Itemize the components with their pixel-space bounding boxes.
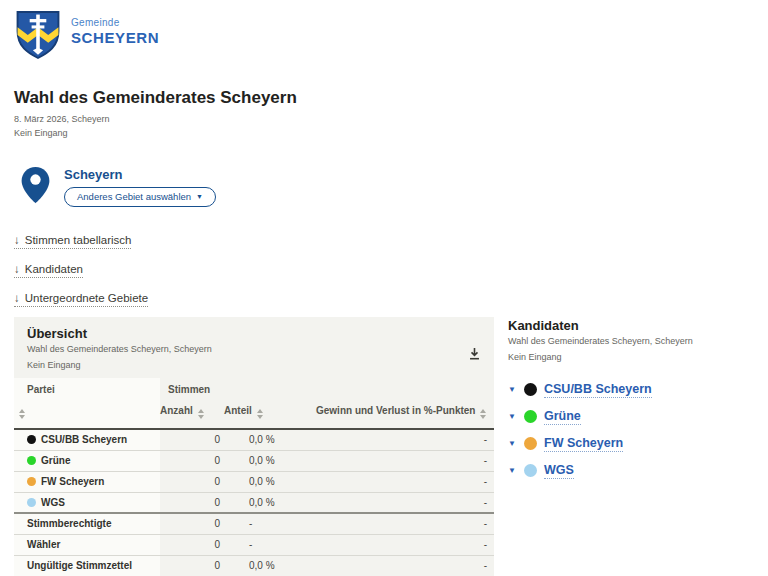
anzahl-value: 0: [160, 492, 224, 513]
kandidaten-title: Kandidaten: [508, 318, 768, 333]
list-item: ▼ FW Scheyern: [508, 437, 768, 450]
summary-label: Ungültige Stimmzettel: [14, 555, 160, 576]
anchor-link-untergeordnete-gebiete[interactable]: ↓Untergeordnete Gebiete: [14, 292, 148, 307]
anteil-value: -: [224, 513, 316, 534]
overview-title: Übersicht: [27, 326, 481, 341]
list-item: ▼ CSU/BB Scheyern: [508, 383, 768, 396]
summary-label: Wähler: [14, 534, 160, 555]
anchor-label: Untergeordnete Gebiete: [25, 292, 148, 304]
area-selector: Scheyern Anderes Gebiet auswählen ▼: [21, 165, 768, 207]
table-row-summary: Wähler 0 - -: [14, 534, 494, 555]
chevron-down-icon: ▼: [196, 193, 203, 200]
table-row-summary: Stimmberechtigte 0 - -: [14, 513, 494, 534]
gewinn-verlust-value: -: [316, 471, 494, 492]
table-row-party: FW Scheyern 0 0,0 % -: [14, 471, 494, 492]
kandidaten-panel: Kandidaten Wahl des Gemeinderates Scheye…: [508, 317, 768, 576]
party-name: Grüne: [41, 455, 70, 466]
party-color-dot: [524, 437, 537, 450]
current-area-name: Scheyern: [64, 167, 216, 182]
table-row-summary: Ungültige Stimmzettel 0 0,0 % -: [14, 555, 494, 576]
anchor-link-stimmen-tabellarisch[interactable]: ↓Stimmen tabellarisch: [14, 234, 131, 249]
sort-icon[interactable]: [480, 409, 486, 419]
arrow-down-icon: ↓: [14, 292, 20, 304]
column-header-anzahl: Anzahl: [160, 405, 224, 429]
gewinn-verlust-value: -: [316, 429, 494, 450]
gewinn-verlust-value: -: [316, 534, 494, 555]
kandidaten-subtitle: Wahl des Gemeinderates Scheyern, Scheyer…: [508, 335, 768, 349]
map-pin-icon: [21, 165, 50, 205]
anzahl-value: 0: [160, 450, 224, 471]
expand-triangle-icon[interactable]: ▼: [508, 385, 518, 394]
gewinn-verlust-value: -: [316, 555, 494, 576]
expand-triangle-icon[interactable]: ▼: [508, 466, 518, 475]
page-anchors: ↓Stimmen tabellarisch ↓Kandidaten ↓Unter…: [14, 230, 768, 307]
party-color-dot: [524, 464, 537, 477]
column-group-party: Partei: [14, 378, 160, 405]
arrow-down-icon: ↓: [14, 234, 20, 246]
party-candidates-link[interactable]: CSU/BB Scheyern: [544, 382, 652, 398]
table-row-party: Grüne 0 0,0 % -: [14, 450, 494, 471]
municipality-coat-of-arms-icon: [15, 9, 61, 61]
title-block: Wahl des Gemeinderates Scheyern 8. März …: [14, 88, 768, 140]
list-item: ▼ Grüne: [508, 410, 768, 423]
kandidaten-status: Kein Eingang: [508, 351, 768, 365]
table-row-party: WGS 0 0,0 % -: [14, 492, 494, 513]
sort-icon[interactable]: [257, 409, 263, 419]
logo-text: Gemeinde SCHEYERN: [71, 17, 159, 46]
column-header-party: [14, 405, 160, 429]
anzahl-value: 0: [160, 534, 224, 555]
party-candidates-link[interactable]: FW Scheyern: [544, 436, 623, 452]
sort-icon[interactable]: [198, 409, 204, 419]
column-group-votes: Stimmen: [160, 378, 494, 405]
sort-icon[interactable]: [19, 409, 25, 419]
party-name: FW Scheyern: [41, 476, 104, 487]
download-icon: [468, 347, 481, 360]
anzahl-value: 0: [160, 513, 224, 534]
overview-table: Partei Stimmen Anzahl Anteil Gewinn und …: [14, 378, 494, 576]
logo-org-name: SCHEYERN: [71, 29, 159, 46]
anzahl-value: 0: [160, 555, 224, 576]
election-status-line: Kein Eingang: [14, 127, 768, 141]
party-name: WGS: [41, 497, 65, 508]
party-color-dot: [524, 383, 537, 396]
overview-subtitle: Wahl des Gemeinderates Scheyern, Scheyer…: [27, 343, 481, 357]
anteil-value: 0,0 %: [224, 450, 316, 471]
party-candidates-link[interactable]: Grüne: [544, 409, 581, 425]
table-row-party: CSU/BB Scheyern 0 0,0 % -: [14, 429, 494, 450]
election-date-line: 8. März 2026, Scheyern: [14, 113, 768, 127]
gewinn-verlust-value: -: [316, 492, 494, 513]
party-candidates-link[interactable]: WGS: [544, 463, 574, 479]
anteil-value: -: [224, 534, 316, 555]
anchor-link-kandidaten[interactable]: ↓Kandidaten: [14, 263, 83, 278]
change-area-label: Anderes Gebiet auswählen: [77, 191, 191, 202]
page-title: Wahl des Gemeinderates Scheyern: [14, 88, 768, 108]
column-header-anteil: Anteil: [224, 405, 316, 429]
anteil-value: 0,0 %: [224, 492, 316, 513]
party-name: CSU/BB Scheyern: [41, 434, 127, 445]
overview-status: Kein Eingang: [27, 359, 481, 373]
summary-label: Stimmberechtigte: [14, 513, 160, 534]
change-area-button[interactable]: Anderes Gebiet auswählen ▼: [64, 187, 216, 207]
arrow-down-icon: ↓: [14, 263, 20, 275]
anzahl-value: 0: [160, 429, 224, 450]
anteil-value: 0,0 %: [224, 429, 316, 450]
expand-triangle-icon[interactable]: ▼: [508, 439, 518, 448]
party-color-dot: [27, 456, 36, 465]
overview-card: Übersicht Wahl des Gemeinderates Scheyer…: [14, 317, 494, 576]
kandidaten-list: ▼ CSU/BB Scheyern ▼ Grüne ▼ FW Scheyern …: [508, 383, 768, 477]
list-item: ▼ WGS: [508, 464, 768, 477]
column-header-gewinn-verlust: Gewinn und Verlust in %-Punkten: [316, 405, 494, 429]
party-color-dot: [27, 435, 36, 444]
site-header: Gemeinde SCHEYERN: [0, 0, 768, 61]
gewinn-verlust-value: -: [316, 513, 494, 534]
party-color-dot: [524, 410, 537, 423]
logo-org-type: Gemeinde: [71, 17, 159, 28]
download-button[interactable]: [466, 345, 483, 365]
expand-triangle-icon[interactable]: ▼: [508, 412, 518, 421]
anchor-label: Stimmen tabellarisch: [25, 234, 132, 246]
gewinn-verlust-value: -: [316, 450, 494, 471]
anzahl-value: 0: [160, 471, 224, 492]
party-color-dot: [27, 477, 36, 486]
anteil-value: 0,0 %: [224, 555, 316, 576]
anteil-value: 0,0 %: [224, 471, 316, 492]
